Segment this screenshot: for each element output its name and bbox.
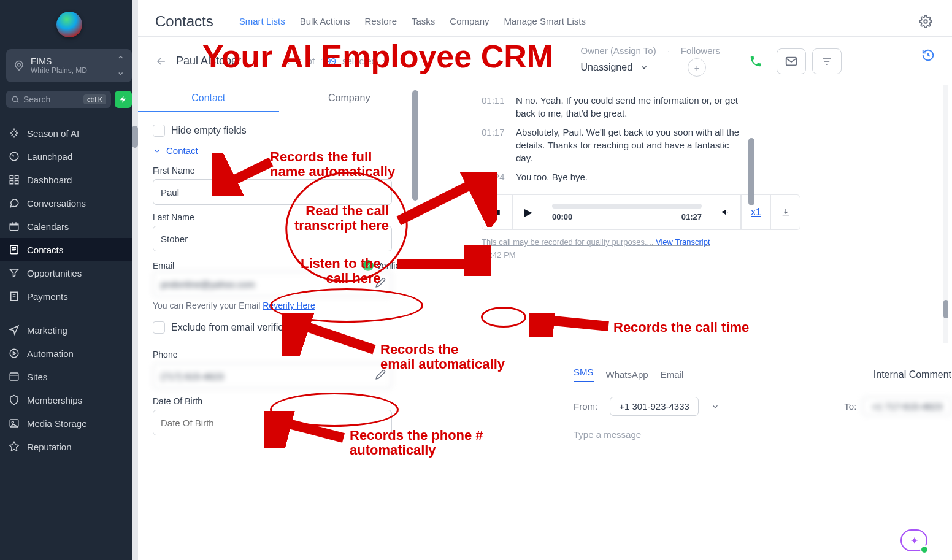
- chevron-down-icon: [153, 147, 161, 155]
- edit-icon[interactable]: [375, 277, 386, 288]
- contact-name: Paul Alstober: [176, 55, 241, 67]
- location-pin-icon: [13, 60, 25, 71]
- email-input[interactable]: [153, 271, 392, 297]
- recording-notice: This call may be recorded for quality pu…: [482, 237, 952, 247]
- nav-opportunities[interactable]: Opportunities: [0, 261, 138, 285]
- chevron-down-icon[interactable]: [711, 402, 720, 411]
- tab-bulk-actions[interactable]: Bulk Actions: [300, 11, 350, 31]
- search-input[interactable]: Search ctrl K: [6, 91, 111, 108]
- svg-line-16: [218, 162, 271, 188]
- activity-scrollbar-thumb[interactable]: [943, 300, 948, 318]
- nav-contacts[interactable]: Contacts: [0, 238, 138, 261]
- to-number[interactable]: +1 717-615-4623: [862, 397, 951, 416]
- nav-label: Opportunities: [27, 268, 82, 278]
- main-content: Contacts Smart Lists Bulk Actions Restor…: [138, 0, 952, 560]
- search-placeholder: Search: [23, 94, 50, 104]
- sparkle-icon: [9, 128, 20, 139]
- phone-input[interactable]: [153, 363, 392, 389]
- nav-memberships[interactable]: Memberships: [0, 388, 138, 412]
- filter-button[interactable]: [812, 48, 842, 74]
- owner-value[interactable]: Unassigned: [581, 62, 633, 73]
- transcript-text: You too. Bye bye.: [516, 171, 588, 183]
- nav-label: Media Storage: [27, 418, 87, 429]
- nav-separator: [9, 313, 129, 313]
- to-label: To:: [844, 401, 856, 412]
- volume-button[interactable]: [710, 195, 741, 229]
- play-circle-icon: [9, 348, 20, 359]
- nav-label: Launchpad: [27, 152, 72, 162]
- transcript-timestamp: 01:11: [482, 94, 509, 120]
- add-follower-button[interactable]: +: [688, 58, 706, 77]
- nav-automation[interactable]: Automation: [0, 342, 138, 365]
- tab-smart-lists[interactable]: Smart Lists: [239, 11, 285, 31]
- nav-launchpad[interactable]: Launchpad: [0, 145, 138, 168]
- tab-tasks[interactable]: Tasks: [412, 11, 435, 31]
- org-name: EIMS: [31, 56, 117, 66]
- internal-comment-toggle[interactable]: Internal Comment: [873, 369, 952, 380]
- org-switcher[interactable]: EIMS White Plains, MD ⌃⌄: [6, 49, 132, 82]
- history-button[interactable]: [921, 48, 935, 74]
- quick-action-button[interactable]: [115, 91, 132, 108]
- contact-section-toggle[interactable]: Contact: [153, 145, 405, 156]
- calendar-icon: [9, 221, 20, 232]
- play-button[interactable]: ▶: [513, 195, 543, 229]
- annotation-arrow: [282, 313, 380, 356]
- playback-speed[interactable]: x1: [741, 195, 770, 229]
- hide-empty-checkbox[interactable]: Hide empty fields: [153, 122, 405, 145]
- sidebar-scrollbar-track: [132, 0, 138, 560]
- transcript-scrollbar-thumb[interactable]: [748, 138, 754, 205]
- message-input[interactable]: Type a message: [574, 429, 952, 440]
- gear-icon[interactable]: [919, 15, 932, 28]
- total-time: 01:27: [681, 212, 702, 221]
- nav-label: Memberships: [27, 395, 82, 405]
- nav-conversations[interactable]: Conversations: [0, 191, 138, 215]
- pager-next[interactable]: ›: [383, 56, 386, 66]
- pager-of: of: [307, 56, 315, 66]
- nav-reputation[interactable]: Reputation: [0, 435, 138, 458]
- compose-tab-sms[interactable]: SMS: [574, 367, 594, 382]
- nav-calendars[interactable]: Calendars: [0, 215, 138, 238]
- nav-dashboard[interactable]: Dashboard: [0, 168, 138, 191]
- edit-icon[interactable]: [375, 369, 386, 380]
- online-status-dot: [920, 545, 929, 554]
- nav-label: Reputation: [27, 442, 72, 452]
- star-icon: [9, 441, 20, 452]
- pager: ‹ 8 of 199 selected ›: [286, 56, 386, 66]
- pager-total[interactable]: 199: [321, 56, 336, 66]
- last-name-input[interactable]: [153, 226, 392, 251]
- compose-tab-email[interactable]: Email: [661, 369, 684, 380]
- pager-position: 8: [296, 56, 301, 66]
- back-arrow-icon[interactable]: [155, 55, 167, 67]
- pager-prev[interactable]: ‹: [286, 56, 290, 66]
- nav-season-of-ai[interactable]: Season of AI: [0, 121, 138, 145]
- svg-line-20: [272, 420, 344, 438]
- tab-restore[interactable]: Restore: [364, 11, 397, 31]
- nav-sites[interactable]: Sites: [0, 365, 138, 388]
- nav-marketing[interactable]: Marketing: [0, 318, 138, 342]
- reverify-link[interactable]: Reverify Here: [263, 301, 315, 310]
- phone-icon: [749, 55, 762, 68]
- tab-company-detail[interactable]: Company: [279, 85, 420, 112]
- compose-tab-whatsapp[interactable]: WhatsApp: [606, 369, 648, 380]
- nav-label: Contacts: [27, 245, 63, 255]
- gauge-icon: [9, 151, 20, 162]
- volume-icon: [721, 207, 731, 217]
- nav-label: Automation: [27, 348, 74, 359]
- check-circle-icon: ✓: [363, 260, 374, 271]
- email-button[interactable]: [777, 48, 806, 74]
- download-button[interactable]: [770, 195, 800, 229]
- tab-company[interactable]: Company: [450, 11, 489, 31]
- chevron-down-icon[interactable]: [640, 63, 648, 72]
- chat-icon: [9, 198, 20, 209]
- tab-manage-smart-lists[interactable]: Manage Smart Lists: [504, 11, 586, 31]
- view-transcript-link[interactable]: View Transcript: [656, 237, 710, 247]
- tab-contact[interactable]: Contact: [138, 85, 279, 112]
- nav-payments[interactable]: Payments: [0, 285, 138, 308]
- call-button[interactable]: [741, 48, 770, 74]
- from-number[interactable]: +1 301-923-4333: [610, 397, 699, 416]
- seek-track[interactable]: 00:00 01:27: [543, 204, 710, 221]
- svg-rect-5: [10, 181, 13, 184]
- nav-media-storage[interactable]: Media Storage: [0, 412, 138, 435]
- sidebar-scrollbar-thumb[interactable]: [132, 126, 138, 148]
- org-location: White Plains, MD: [31, 66, 117, 75]
